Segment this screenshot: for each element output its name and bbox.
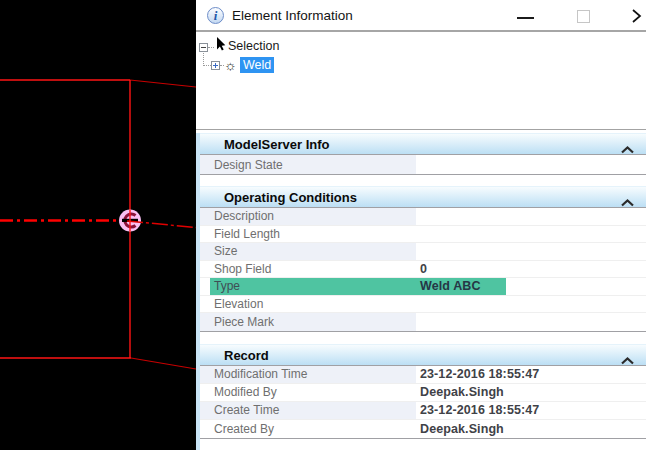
property-row-selected[interactable]: Type Weld ABC bbox=[200, 278, 646, 296]
property-value bbox=[416, 243, 646, 260]
property-value: 23-12-2016 18:55:47 bbox=[416, 366, 646, 383]
maximize-icon bbox=[577, 10, 590, 23]
tree-item-selection[interactable]: Selection bbox=[228, 39, 279, 53]
selection-arrow-icon bbox=[214, 37, 226, 52]
property-label: Piece Mark bbox=[200, 313, 416, 331]
property-label: Elevation bbox=[200, 296, 416, 313]
property-value bbox=[416, 226, 646, 243]
property-row[interactable]: Size bbox=[200, 243, 646, 261]
tree-expand-toggle[interactable] bbox=[211, 61, 220, 70]
maximize-button[interactable] bbox=[571, 0, 595, 32]
property-label: Modification Time bbox=[200, 366, 416, 383]
property-row[interactable]: Elevation bbox=[200, 296, 646, 314]
property-row[interactable]: Design State bbox=[200, 155, 646, 174]
property-value bbox=[416, 155, 646, 174]
property-row[interactable]: Modification Time 23-12-2016 18:55:47 bbox=[200, 366, 646, 384]
tree-collapse-toggle[interactable] bbox=[199, 43, 208, 52]
section-title: Record bbox=[224, 348, 269, 363]
property-label: Created By bbox=[200, 420, 416, 438]
property-row[interactable]: Modified By Deepak.Singh bbox=[200, 384, 646, 402]
selection-tree: Selection ☼ Weld bbox=[196, 32, 646, 130]
element-information-panel: i Element Information Selection bbox=[196, 0, 646, 450]
cad-viewport[interactable] bbox=[0, 0, 196, 450]
tree-connector bbox=[203, 65, 211, 66]
info-icon: i bbox=[207, 7, 224, 24]
property-label: Create Time bbox=[200, 402, 416, 419]
property-value: Deepak.Singh bbox=[416, 420, 646, 438]
expand-button[interactable] bbox=[626, 0, 646, 32]
section-header-modelserver-info[interactable]: ModelServer Info bbox=[200, 133, 646, 154]
minimize-icon bbox=[517, 17, 534, 19]
section-operating-conditions: Operating Conditions Description Field L… bbox=[200, 186, 646, 332]
panel-titlebar[interactable]: i Element Information bbox=[196, 0, 646, 32]
property-value bbox=[416, 208, 646, 225]
app-window: i Element Information Selection bbox=[0, 0, 646, 450]
property-label: Design State bbox=[200, 155, 416, 174]
section-body: Modification Time 23-12-2016 18:55:47 Mo… bbox=[200, 365, 646, 439]
property-row[interactable]: Piece Mark bbox=[200, 313, 646, 331]
property-label: Description bbox=[200, 208, 416, 225]
section-header-operating-conditions[interactable]: Operating Conditions bbox=[200, 186, 646, 207]
property-value: 23-12-2016 18:55:47 bbox=[416, 402, 646, 419]
property-value: Deepak.Singh bbox=[416, 384, 646, 401]
property-value bbox=[416, 313, 646, 331]
property-label: Size bbox=[200, 243, 416, 260]
drawing-canvas[interactable] bbox=[0, 0, 196, 450]
property-row[interactable]: Field Length bbox=[200, 226, 646, 244]
section-body: Design State bbox=[200, 154, 646, 175]
properties-area: ModelServer Info Design State Operati bbox=[196, 133, 646, 450]
section-title: Operating Conditions bbox=[224, 190, 357, 205]
property-value: Weld ABC bbox=[416, 278, 646, 295]
property-label: Field Length bbox=[200, 226, 416, 243]
property-row[interactable]: Created By Deepak.Singh bbox=[200, 420, 646, 438]
property-label: Type bbox=[200, 278, 416, 295]
section-record: Record Modification Time 23-12-2016 18:5… bbox=[200, 344, 646, 439]
chevron-right-icon bbox=[631, 8, 642, 24]
property-row[interactable]: Create Time 23-12-2016 18:55:47 bbox=[200, 402, 646, 420]
property-row[interactable]: Shop Field 0 bbox=[200, 261, 646, 279]
section-modelserver-info: ModelServer Info Design State bbox=[200, 133, 646, 175]
section-title: ModelServer Info bbox=[224, 137, 329, 152]
weld-point-icon: ☼ bbox=[224, 58, 237, 72]
property-label: Shop Field bbox=[200, 261, 416, 278]
property-label: Modified By bbox=[200, 384, 416, 401]
property-value: 0 bbox=[416, 261, 646, 278]
property-value bbox=[416, 296, 646, 313]
section-body: Description Field Length Size bbox=[200, 207, 646, 332]
selected-tree-label[interactable]: Weld bbox=[240, 57, 274, 73]
section-header-record[interactable]: Record bbox=[200, 344, 646, 365]
panel-title: Element Information bbox=[232, 8, 353, 23]
minimize-button[interactable] bbox=[511, 0, 539, 32]
property-row[interactable]: Description bbox=[200, 208, 646, 226]
tree-item-weld[interactable]: Weld bbox=[240, 57, 274, 73]
